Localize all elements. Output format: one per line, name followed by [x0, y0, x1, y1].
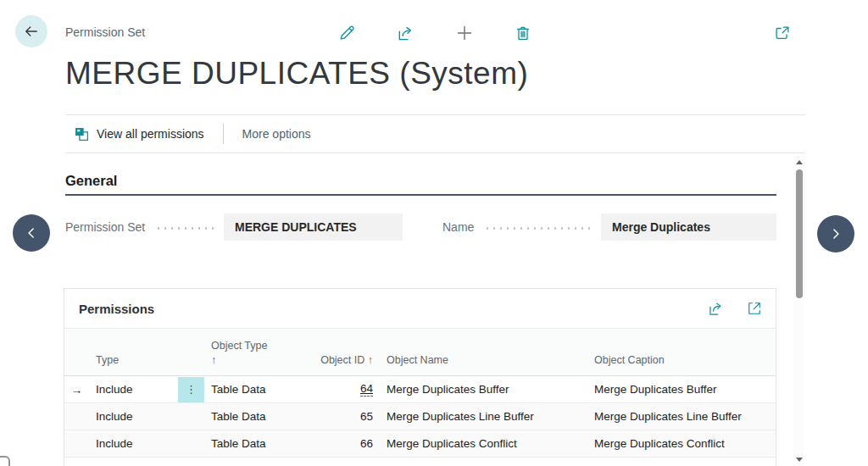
cell-object-id[interactable]: 66	[310, 430, 380, 457]
prev-record-icon	[23, 225, 40, 241]
open-in-new-window-button[interactable]	[771, 22, 793, 44]
view-permissions-icon	[75, 127, 89, 141]
delete-trash-icon	[514, 24, 532, 42]
row-marker-column-header	[64, 368, 89, 375]
cell-object-id[interactable]: 65	[310, 403, 380, 430]
table-row[interactable]: → Include ⋮ Table Data 64 Merge Duplicat…	[64, 376, 776, 403]
column-header-object-name[interactable]: Object Name	[380, 353, 587, 375]
active-row-marker: →	[64, 376, 89, 402]
cell-object-name[interactable]: Merge Duplicates Line Buffer	[380, 403, 587, 430]
permission-set-field-value[interactable]: MERGE DUPLICATES	[224, 214, 403, 241]
permission-set-field: Permission Set MERGE DUPLICATES	[65, 214, 403, 241]
permissions-table-header: Type Object Type ↑ Object ID ↑ Object Na…	[64, 328, 776, 376]
page-context-label: Permission Set	[65, 25, 145, 39]
object-id-drilldown-link[interactable]: 64	[360, 382, 373, 397]
previous-record-button[interactable]	[13, 214, 50, 252]
name-field: Name Merge Duplicates	[442, 214, 776, 241]
table-row[interactable]: Include Table Data 65 Merge Duplicates L…	[64, 403, 776, 430]
view-all-permissions-label: View all permissions	[97, 127, 204, 141]
command-bar-divider	[223, 124, 224, 144]
cell-object-name[interactable]: Merge Duplicates Conflict	[380, 430, 587, 457]
share-button[interactable]	[394, 22, 416, 44]
cell-object-caption[interactable]: Merge Duplicates Line Buffer	[587, 403, 776, 430]
back-arrow-icon	[23, 23, 40, 40]
permissions-card: Permissions	[64, 288, 776, 466]
window-corner-decoration	[0, 456, 10, 466]
column-header-object-id[interactable]: Object ID ↑	[310, 353, 380, 375]
table-row[interactable]: Include Table Data 66 Merge Duplicates C…	[64, 430, 776, 458]
permission-set-field-label: Permission Set	[65, 220, 145, 234]
cell-object-name[interactable]: Merge Duplicates Buffer	[380, 376, 587, 402]
dotted-leader	[484, 227, 591, 230]
row-marker	[64, 430, 89, 457]
expand-permissions-button[interactable]	[745, 299, 764, 318]
vertical-scrollbar[interactable]	[793, 155, 805, 466]
share-icon	[707, 300, 725, 318]
column-header-object-type[interactable]: Object Type ↑	[204, 339, 310, 375]
page-title: MERGE DUPLICATES (System)	[65, 56, 528, 92]
cell-type[interactable]: Include	[89, 403, 204, 430]
general-section-header[interactable]: General	[65, 173, 117, 189]
edit-button[interactable]	[336, 22, 358, 44]
sort-ascending-arrow: ↑	[368, 354, 373, 366]
name-field-value[interactable]: Merge Duplicates	[601, 214, 776, 241]
delete-button[interactable]	[512, 22, 534, 44]
permission-set-page: Permission Set	[0, 0, 868, 466]
edit-pencil-icon	[337, 24, 357, 43]
name-field-label: Name	[442, 220, 474, 234]
scrollbar-down-arrow-icon[interactable]	[796, 458, 803, 462]
scrollbar-thumb[interactable]	[796, 169, 803, 298]
sort-ascending-arrow: ↑	[211, 353, 303, 368]
permissions-card-header: Permissions	[64, 289, 776, 328]
cell-type[interactable]: Include	[89, 430, 204, 457]
command-bar: View all permissions More options	[65, 114, 805, 153]
back-button[interactable]	[15, 15, 47, 47]
row-menu-dots-icon[interactable]: ⋮	[178, 377, 204, 402]
cell-object-caption[interactable]: Merge Duplicates Buffer	[587, 376, 776, 402]
permissions-card-title: Permissions	[79, 302, 706, 316]
expand-icon	[746, 300, 763, 317]
next-record-button[interactable]	[817, 215, 854, 252]
scrollbar-up-arrow-icon[interactable]	[796, 160, 803, 164]
next-record-icon	[827, 225, 844, 242]
share-icon	[396, 24, 415, 43]
cell-object-type[interactable]: Table Data	[204, 403, 310, 430]
cell-object-id[interactable]: 64	[310, 376, 380, 402]
more-options-button[interactable]: More options	[242, 127, 311, 141]
row-marker	[64, 403, 89, 430]
view-all-permissions-button[interactable]: View all permissions	[75, 127, 204, 141]
open-in-new-window-icon	[773, 24, 792, 42]
general-section-rule	[65, 194, 776, 196]
column-header-type[interactable]: Type	[89, 353, 204, 375]
cell-object-type[interactable]: Table Data	[204, 430, 310, 457]
cell-object-caption[interactable]: Merge Duplicates Conflict	[587, 430, 776, 457]
share-permissions-button[interactable]	[706, 299, 725, 318]
dotted-leader	[155, 227, 214, 230]
new-plus-icon	[454, 23, 475, 43]
cell-type[interactable]: Include ⋮	[89, 376, 204, 402]
new-button[interactable]	[453, 22, 476, 44]
column-header-object-caption[interactable]: Object Caption	[587, 353, 776, 375]
cell-object-type[interactable]: Table Data	[204, 376, 310, 402]
